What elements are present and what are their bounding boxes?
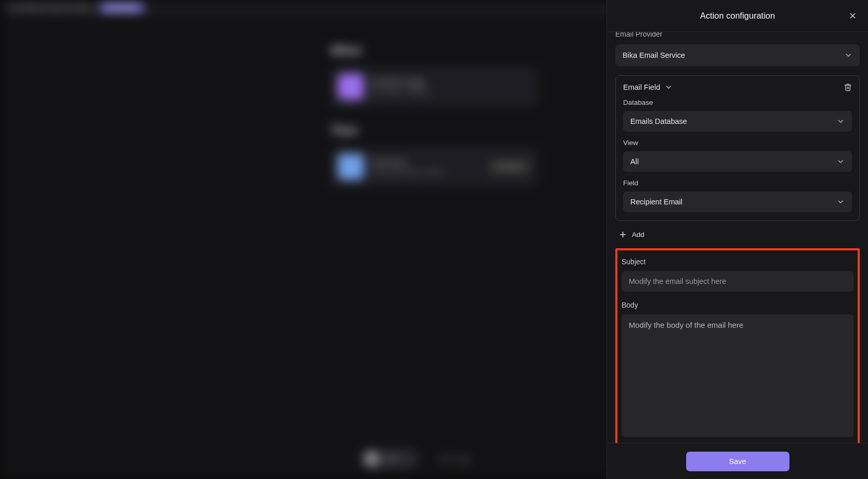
save-button[interactable]: Save [686,452,789,471]
highlight-annotation: Subject Body [615,248,860,443]
body-field-group: Body [622,301,854,439]
chevron-down-icon [836,117,845,125]
add-label: Add [632,231,644,238]
bg-title: Bi-Weekly Email Sending [10,4,91,12]
email-field-title-text: Email Field [623,83,660,91]
body-textarea[interactable] [622,314,854,437]
delete-email-field-button[interactable] [844,83,852,91]
field-select[interactable]: Recipient Email [623,191,852,212]
bg-card-line2: Run Every 2 Weeks [371,88,530,95]
bg-then-title: Then [331,124,537,137]
close-icon [848,11,857,20]
body-label: Body [622,301,854,309]
bg-toggle: OFF [362,449,419,469]
chevron-down-icon [836,157,845,166]
view-select[interactable]: All [623,151,852,172]
database-value: Emails Database [630,117,687,125]
bg-bottom: OFF Run Logs [362,449,470,469]
action-config-panel: Action configuration Email Provider Bika… [607,0,868,479]
bg-badge: Automation [100,3,144,12]
database-select[interactable]: Emails Database [623,111,852,132]
bg-toggle-knob [364,451,379,467]
field-value: Recipient Email [630,198,683,206]
field-field: Field Recipient Email [623,179,852,212]
subject-input[interactable] [622,271,854,292]
email-provider-select[interactable]: Bika Email Service [615,44,860,66]
email-provider-value: Bika Email Service [623,51,685,59]
bg-when-title: When [331,44,537,57]
chevron-down-icon [664,83,673,91]
database-field: Database Emails Database [623,99,852,132]
email-provider-label: Email Provider [615,32,662,38]
view-field: View All [623,139,852,172]
bg-bottom-text: Run Logs [439,455,470,463]
field-label: Field [623,179,852,187]
panel-title: Action configuration [700,11,775,21]
email-field-toggle[interactable]: Email Field [623,83,673,91]
bg-section-then: Then Send Email Send all emails in a day… [331,124,537,187]
trash-icon [844,83,852,91]
database-label: Database [623,99,852,106]
panel-header: Action configuration [607,0,868,32]
close-button[interactable] [846,10,859,22]
chevron-down-icon [844,51,853,59]
view-label: View [623,139,852,147]
bg-card-text: Send Email Send all emails in a day [371,158,482,175]
email-field-group: Email Field Database Emails Database Vie… [615,75,860,221]
plus-icon [618,230,627,239]
bg-card-trigger: Scheduled Trigger Run Every 2 Weeks [331,67,537,107]
bg-card2-line2: Send all emails in a day [371,168,482,175]
bg-toggle-label: OFF [384,455,398,463]
panel-body: Email Provider Bika Email Service Email … [607,32,868,443]
view-value: All [630,157,639,166]
bg-action-icon [338,154,364,180]
bg-section-when: When Scheduled Trigger Run Every 2 Weeks [331,44,537,107]
email-field-header: Email Field [623,83,852,91]
bg-card-pill: Configure [489,160,530,173]
bg-trigger-icon [338,74,364,100]
panel-footer: Save [607,443,868,479]
chevron-down-icon [836,198,845,206]
bg-card2-line1: Send Email [371,158,482,166]
add-email-field-button[interactable]: Add [615,228,860,241]
bg-card-line1: Scheduled Trigger [371,78,530,86]
bg-card-text: Scheduled Trigger Run Every 2 Weeks [371,78,530,95]
subject-field-group: Subject [622,258,854,292]
subject-label: Subject [622,258,854,266]
bg-card-action: Send Email Send all emails in a day Conf… [331,147,537,187]
